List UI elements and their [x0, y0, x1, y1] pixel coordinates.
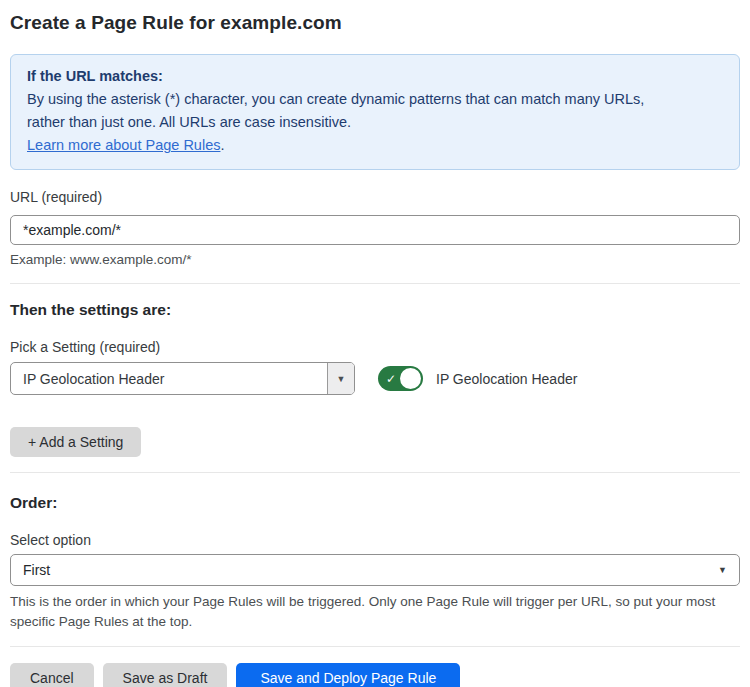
create-page-rule-form: Create a Page Rule for example.com If th… — [0, 0, 750, 687]
save-and-deploy-button[interactable]: Save and Deploy Page Rule — [236, 663, 460, 687]
page-title: Create a Page Rule for example.com — [10, 12, 740, 34]
cancel-button[interactable]: Cancel — [10, 663, 94, 687]
divider — [10, 646, 740, 647]
save-as-draft-button[interactable]: Save as Draft — [103, 663, 228, 687]
check-icon: ✓ — [386, 372, 396, 386]
order-select-label: Select option — [10, 532, 740, 548]
link-suffix: . — [220, 137, 224, 153]
pick-setting-label: Pick a Setting (required) — [10, 339, 740, 355]
add-setting-button[interactable]: + Add a Setting — [10, 427, 141, 457]
url-example-hint: Example: www.example.com/* — [10, 252, 740, 267]
url-input[interactable] — [10, 215, 740, 245]
settings-section-heading: Then the settings are: — [10, 301, 740, 319]
url-field-label: URL (required) — [10, 189, 740, 205]
divider — [10, 472, 740, 473]
toggle-label: IP Geolocation Header — [436, 371, 577, 387]
order-help-text: This is the order in which your Page Rul… — [10, 592, 740, 632]
url-matches-info-box: If the URL matches: By using the asteris… — [10, 54, 740, 170]
setting-select[interactable]: IP Geolocation Header ▼ — [10, 362, 355, 395]
info-box-body: By using the asterisk (*) character, you… — [27, 88, 679, 134]
setting-select-value: IP Geolocation Header — [11, 363, 327, 394]
chevron-down-icon: ▼ — [718, 565, 727, 575]
order-select-value: First — [23, 562, 50, 578]
order-select[interactable]: First ▼ — [10, 554, 740, 586]
footer-actions: Cancel Save as Draft Save and Deploy Pag… — [10, 663, 740, 687]
learn-more-link[interactable]: Learn more about Page Rules — [27, 137, 220, 153]
toggle-knob — [400, 368, 421, 389]
toggle-group: ✓ IP Geolocation Header — [378, 366, 577, 391]
setting-select-arrow-button[interactable]: ▼ — [327, 363, 354, 394]
ip-geolocation-toggle[interactable]: ✓ — [378, 366, 423, 391]
info-box-heading: If the URL matches: — [27, 65, 723, 88]
setting-row: IP Geolocation Header ▼ ✓ IP Geolocation… — [10, 362, 740, 395]
order-section-heading: Order: — [10, 494, 740, 512]
info-box-link-line: Learn more about Page Rules. — [27, 134, 723, 157]
chevron-down-icon: ▼ — [337, 374, 346, 384]
divider — [10, 283, 740, 284]
